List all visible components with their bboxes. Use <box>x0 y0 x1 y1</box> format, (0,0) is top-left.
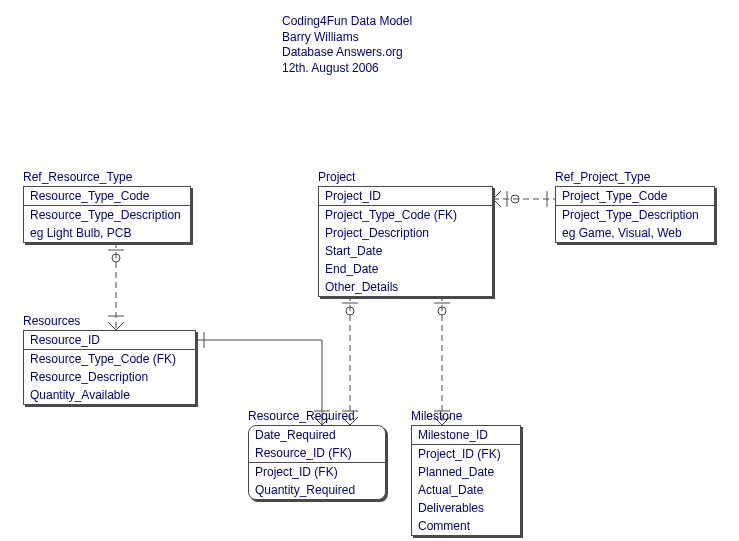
attr: eg Light Bulb, PCB <box>24 224 190 242</box>
attr: Project_Description <box>319 224 492 242</box>
attr-pk: Resource_Type_Code <box>24 187 190 205</box>
entity-ref-project-type: Ref_Project_Type Project_Type_Code Proje… <box>555 186 715 243</box>
attr: Resource_Description <box>24 368 195 386</box>
attr: Planned_Date <box>412 463 520 481</box>
attr-pk: Milestone_ID <box>412 426 520 444</box>
svg-point-8 <box>346 307 354 315</box>
attr-pk: Project_ID <box>319 187 492 205</box>
entity-label: Resource_Required <box>248 409 355 423</box>
attr: Actual_Date <box>412 481 520 499</box>
attr-pk: Date_Required <box>249 426 385 444</box>
attr: Resource_Type_Description <box>24 206 190 224</box>
entity-project: Project Project_ID Project_Type_Code (FK… <box>318 186 493 297</box>
svg-point-11 <box>438 307 446 315</box>
attr: Project_Type_Code (FK) <box>319 206 492 224</box>
attr: Deliverables <box>412 499 520 517</box>
entity-milestone: Milestone Milestone_ID Project_ID (FK) P… <box>411 425 521 536</box>
header-line-4: 12th. August 2006 <box>282 61 412 77</box>
header-line-1: Coding4Fun Data Model <box>282 14 412 30</box>
svg-point-13 <box>511 195 519 203</box>
entity-resources: Resources Resource_ID Resource_Type_Code… <box>23 330 196 405</box>
diagram-header: Coding4Fun Data Model Barry Williams Dat… <box>282 14 412 76</box>
entity-ref-resource-type: Ref_Resource_Type Resource_Type_Code Res… <box>23 186 191 243</box>
attr: End_Date <box>319 260 492 278</box>
header-line-3: Database Answers.org <box>282 45 412 61</box>
entity-label: Milestone <box>411 409 462 423</box>
attr-pk: Resource_ID <box>24 331 195 349</box>
entity-label: Ref_Resource_Type <box>23 170 132 184</box>
attr-pk: Project_Type_Code <box>556 187 714 205</box>
svg-point-2 <box>112 254 120 262</box>
attr: Quantity_Available <box>24 386 195 404</box>
attr: eg Game, Visual, Web <box>556 224 714 242</box>
entity-label: Project <box>318 170 355 184</box>
attr: Comment <box>412 517 520 535</box>
entity-label: Resources <box>23 314 80 328</box>
attr: Project_ID (FK) <box>249 463 385 481</box>
attr: Start_Date <box>319 242 492 260</box>
attr-pk: Resource_ID (FK) <box>249 444 385 462</box>
header-line-2: Barry Williams <box>282 30 412 46</box>
entity-resource-required: Resource_Required Date_Required Resource… <box>248 425 386 500</box>
attr: Other_Details <box>319 278 492 296</box>
attr: Project_Type_Description <box>556 206 714 224</box>
attr: Project_ID (FK) <box>412 445 520 463</box>
entity-label: Ref_Project_Type <box>555 170 650 184</box>
attr: Quantity_Required <box>249 481 385 499</box>
attr: Resource_Type_Code (FK) <box>24 350 195 368</box>
